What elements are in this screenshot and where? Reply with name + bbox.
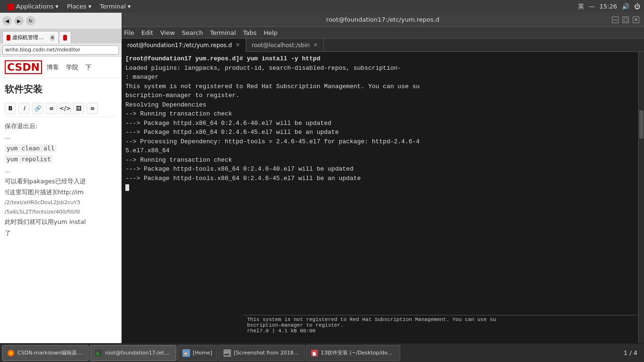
svg-text:📷: 📷	[224, 351, 229, 356]
tab1-close[interactable]: ✕	[50, 34, 55, 41]
forward-button[interactable]: ▶	[14, 16, 24, 25]
url-fragment2: /5a6L5L2T/fontsize/400/fill/I0	[5, 207, 116, 217]
power-icon[interactable]: ⏻	[634, 3, 640, 10]
code-button[interactable]: </>	[59, 103, 71, 114]
close-button[interactable]: ✕	[633, 16, 639, 23]
taskbar-terminal1-label: root@foundation17:/etc/yum.re...	[105, 350, 171, 356]
firefox-icon	[7, 349, 15, 357]
browser-tab-1[interactable]: 虚拟机管理和虚拟机... ✕	[2, 31, 59, 43]
article-title: 软件安装	[5, 83, 116, 96]
terminal-line-8: ---> Package httpd.x86_64 0:2.4.6-45.el7…	[125, 128, 640, 137]
menu-file[interactable]: File	[124, 29, 134, 36]
terminal1-icon: $_	[95, 349, 102, 357]
menu-terminal[interactable]: Terminal	[210, 29, 236, 36]
format-button[interactable]: ≡	[87, 103, 98, 114]
taskbar-terminal1[interactable]: $_ root@foundation17:/etc/yum.re...	[90, 345, 176, 361]
url-text: write.blog.csdn.net/mdeditor	[5, 47, 80, 53]
tab1-favicon	[7, 35, 10, 41]
csdn-nav-blog[interactable]: 博客	[47, 63, 59, 72]
terminal-tab-2[interactable]: root@localhost:/sbin ✕	[246, 39, 324, 52]
browser-tab-2[interactable]	[59, 31, 71, 43]
terminal-cursor	[125, 184, 129, 191]
page-indicator: 1 / 4	[619, 349, 642, 356]
csdn-nav-academy[interactable]: 学院	[66, 63, 78, 72]
menu-tabs[interactable]: Tabs	[243, 29, 256, 36]
editor-toolbar: B I 🔗 ≡ </> 🖼 ≡	[5, 100, 116, 117]
code1: yum clean all	[5, 143, 116, 154]
tab1-close-icon[interactable]: ✕	[236, 42, 240, 48]
places-menu[interactable]: Places ▾	[63, 2, 95, 11]
menu-edit[interactable]: Edit	[141, 29, 153, 36]
bold-button[interactable]: B	[5, 103, 16, 114]
scroll-thumb[interactable]	[639, 110, 644, 139]
system-bar-left: Applications ▾ Places ▾ Terminal ▾	[4, 2, 134, 11]
done-text: 了	[5, 228, 116, 239]
terminal-line-7: ---> Package httpd.x86_64 0:2.4.6-40.el7…	[125, 119, 640, 128]
volume-icon[interactable]: 🔊	[622, 3, 629, 10]
terminal-content[interactable]: [root@foundation17 yum.repos.d]# yum ins…	[122, 52, 644, 343]
refresh-button[interactable]: ↻	[26, 16, 35, 25]
svg-text:📄: 📄	[312, 351, 316, 355]
csdn-nav: 博客 学院 下	[47, 63, 91, 72]
tab2-label: root@localhost:/sbin	[252, 42, 310, 49]
terminal-line-11: --> Running transaction check	[125, 156, 640, 165]
save-hint: 保存退出后:	[5, 121, 116, 132]
home-icon: 🏠	[182, 349, 190, 357]
places-label: Places	[67, 3, 86, 10]
terminal-window: root@foundation17:/etc/yum.repos.d — □ ✕…	[122, 13, 644, 343]
terminal-chevron: ▾	[128, 3, 131, 10]
url-fragment1: /2/text/aHR0cDovL2Jsb2cuY3	[5, 198, 116, 207]
tab1-label: root@foundation17:/etc/yum.repos.d	[127, 42, 232, 49]
minimize-button[interactable]: —	[612, 16, 619, 23]
image-button[interactable]: 🖼	[73, 103, 84, 114]
csdn-logo: CSDN	[5, 60, 42, 74]
taskbar-home[interactable]: 🏠 [Home]	[177, 345, 217, 361]
apps-chevron: ▾	[55, 3, 58, 10]
dots1: ...	[5, 132, 116, 142]
tab2-favicon	[63, 35, 67, 41]
places-chevron: ▾	[88, 3, 91, 10]
terminal-line-2: : manager	[125, 73, 640, 82]
terminal-line-10: 5.el7.x86_64	[125, 146, 640, 156]
menu-search[interactable]: Search	[182, 29, 203, 36]
applications-menu[interactable]: Applications ▾	[4, 2, 62, 11]
terminal-title: root@foundation17:/etc/yum.repos.d	[326, 16, 439, 23]
taskbar-firefox[interactable]: CSDN-markdown编辑器 – Mozil...	[2, 345, 89, 361]
menu-view[interactable]: View	[160, 29, 175, 36]
terminal-menu[interactable]: Terminal ▾	[96, 2, 134, 11]
terminal-scrollbar[interactable]	[638, 52, 644, 343]
terminal-line-3: This system is not registered to Red Hat…	[125, 82, 640, 91]
system-bar: Applications ▾ Places ▾ Terminal ▾ 英 — 1…	[0, 0, 644, 13]
csdn-header: CSDN 博客 学院 下	[0, 57, 121, 78]
code2: yum repolist	[5, 154, 116, 165]
article-text: 保存退出后: ... yum clean all yum repolist ..…	[5, 121, 116, 239]
terminal-line-4: bscription-manager to register.	[125, 91, 640, 100]
applications-label: Applications	[16, 3, 53, 10]
terminal-line-0: [root@foundation17 yum.repos.d]# yum ins…	[125, 54, 640, 64]
bottom-line-0: This system is not registered to Red Hat…	[247, 317, 640, 322]
menu-help[interactable]: Help	[264, 29, 278, 36]
desc1: 可以看到pakages已经导入进	[5, 176, 116, 187]
list-button[interactable]: ≡	[46, 103, 57, 114]
terminal-label: Terminal	[100, 3, 126, 10]
svg-text:$_: $_	[96, 351, 101, 356]
terminal-menubar: File Edit View Search Terminal Tabs Help	[122, 27, 644, 39]
taskbar-docs[interactable]: 📄 13软件安装 (~/Desktop/docs) –...	[306, 345, 400, 361]
language-indicator[interactable]: 英	[578, 2, 584, 11]
terminal-window-controls: — □ ✕	[612, 16, 639, 23]
link-button[interactable]: 🔗	[32, 103, 43, 114]
maximize-button[interactable]: □	[622, 16, 629, 23]
desc2: 此时我们就可以用yum instal	[5, 216, 116, 227]
italic-button[interactable]: I	[18, 103, 30, 114]
csdn-nav-down[interactable]: 下	[85, 63, 91, 72]
back-button[interactable]: ◀	[2, 16, 12, 25]
terminal-tab-1[interactable]: root@foundation17:/etc/yum.repos.d ✕	[122, 39, 246, 52]
taskbar-screenshot-label: [Screenshot from 2018-01-21 ...	[234, 350, 300, 356]
tab2-close-icon[interactable]: ✕	[314, 42, 318, 48]
url-bar[interactable]: write.blog.csdn.net/mdeditor	[2, 45, 119, 55]
taskbar-screenshot[interactable]: 📷 [Screenshot from 2018-01-21 ...	[218, 345, 305, 361]
tab1-label: 虚拟机管理和虚拟机...	[12, 34, 48, 41]
image-placeholder: ![这里写图片描述](http://im	[5, 187, 116, 197]
terminal-line-1: Loaded plugins: langpacks, product-id, s…	[125, 64, 640, 73]
bottom-preview: This system is not registered to Red Hat…	[243, 315, 644, 343]
